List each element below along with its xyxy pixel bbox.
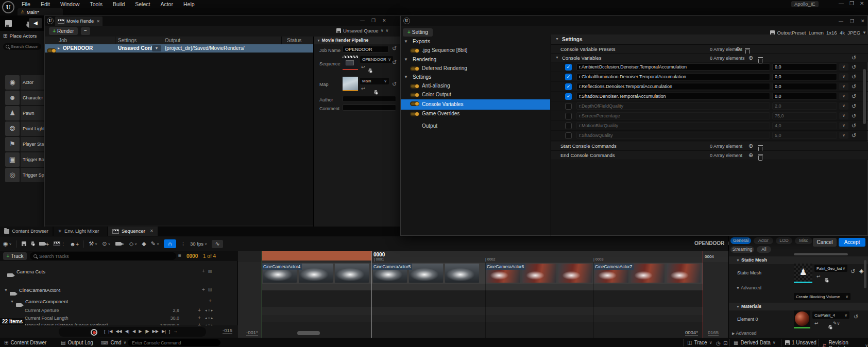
section-options-icon[interactable]: ▤ [208,287,212,292]
variable-name-field[interactable]: r.MotionBlurQuality [576,122,770,129]
menu-item-help[interactable]: Help [178,0,200,8]
details-tab-general[interactable]: General [730,237,751,244]
snapping-magnet-icon[interactable]: ∩ [164,239,176,248]
settings-dropdown-icon[interactable]: ▼ [152,45,161,51]
col-output[interactable]: Output [165,38,180,43]
console-variable-row[interactable]: ✓r.Shadow.Denoiser.TemporalAccumulation0… [551,92,868,101]
add-section-icon[interactable]: + [202,287,205,292]
add-section-icon[interactable]: + [202,268,205,274]
playback-options-icon[interactable]: ∨ [115,242,125,246]
timeline-area[interactable]: CineCameraActor4CineCameraActor5CineCame… [238,251,728,338]
setting-enabled-toggle[interactable] [410,101,419,106]
fps-selector[interactable]: 30 fps∨ [190,241,207,247]
expand-icon[interactable]: ▸ [58,46,60,50]
mrq-tab[interactable]: Movie Render Q... ✕ [55,16,103,26]
variable-checkbox[interactable] [565,113,572,119]
variable-value-field[interactable]: 2,0 [772,102,837,110]
timeline-scrollbar[interactable] [297,331,320,335]
value-dropdown-icon[interactable]: ∨ [839,112,848,119]
platforms-button[interactable]: ◀ [29,18,42,28]
console-variables-row[interactable]: ▼Console Variables8 Array elements⊕↺ [551,54,868,62]
menu-item-select[interactable]: Select [130,0,155,8]
reset-icon[interactable]: ↺ [852,123,856,129]
add-keyframe-icon[interactable]: + [198,307,201,313]
variable-checkbox[interactable]: ✓ [565,83,572,90]
details-tab-misc[interactable]: Misc [795,237,812,244]
shot-section-cinecameraactor6[interactable]: CineCameraActor6 [485,263,593,284]
shot-thumbnail[interactable] [335,264,369,283]
console-variable-row[interactable]: r.DepthOfFieldQuality2,0∨↺ [551,101,868,111]
menu-item-edit[interactable]: Edit [36,0,55,8]
use-selected-icon[interactable]: ↩ [361,86,365,91]
track-row-cinecameraactor4[interactable]: ▼CineCameraActor4+▤ [0,286,238,294]
console-input[interactable] [128,339,220,346]
cmd-selector[interactable]: ⌨Cmd∨ [101,340,126,345]
variable-value-field[interactable]: 5,0 [772,132,837,139]
value-dropdown-icon[interactable]: ∨ [839,122,848,129]
author-field[interactable] [343,96,396,102]
transport-button[interactable]: ▶ [139,329,142,334]
add-track-button[interactable]: + Track [3,252,27,260]
reset-icon[interactable]: ↺ [852,64,856,70]
collapse-icon[interactable]: ▼ [555,56,559,59]
level-tab[interactable]: ⚠ Main* [18,8,63,15]
preset-tree-deferred-rendering[interactable]: Deferred Rendering [401,64,550,73]
console-variable-row[interactable]: ✓r.GlobalIllumination.Denoiser.TemporalA… [551,72,868,82]
unsaved-button[interactable]: 1 Unsaved [785,340,816,345]
curves-options-icon[interactable]: ◉∨ [3,240,12,247]
variable-checkbox[interactable]: ✓ [565,74,572,80]
browse-asset-icon[interactable] [825,279,828,282]
value-dropdown-icon[interactable]: ∨ [839,63,848,71]
range-in-field[interactable]: -001* [246,330,258,336]
shot-section-cinecameraactor7[interactable]: CineCameraActor7 [593,263,703,284]
variable-checkbox[interactable] [565,103,572,110]
browse-asset-icon[interactable] [374,91,378,94]
end-console-commands-row[interactable]: End Console Commands0 Array element⊕ [551,151,868,160]
collapse-icon[interactable]: ▼ [10,300,14,303]
track-row-manual-focus-distance-focus-settings[interactable]: Manual Focus Distance (Focus Settings)10… [0,322,238,325]
details-tab-lod[interactable]: LOD [776,237,792,244]
material-thumbnail[interactable] [794,310,810,327]
value-dropdown-icon[interactable]: ∨ [839,102,848,110]
snapping-options-icon[interactable]: ⋮ [181,241,185,247]
track-row-current-aperture[interactable]: Current Aperture2,8+◂○▸ [0,307,238,315]
sequence-thumbnail[interactable] [343,56,358,70]
variable-value-field[interactable]: 0,0 [772,93,837,100]
variable-checkbox[interactable]: ✓ [565,64,572,71]
use-selected-icon[interactable]: ↩ [361,64,365,70]
variable-name-field[interactable]: r.Shadow.Denoiser.TemporalAccumulation [576,93,770,100]
value-dropdown-icon[interactable]: ∨ [839,73,848,80]
variable-checkbox[interactable]: ✓ [565,93,572,100]
cancel-button[interactable]: Cancel [813,238,837,247]
col-status[interactable]: Status [287,38,301,43]
details-h-scrollbar[interactable] [794,253,848,255]
playhead-line[interactable] [371,251,372,338]
details-tab-actor[interactable]: Actor [754,237,773,244]
trace-button[interactable]: ◫Trace∨ [687,340,712,345]
menu-item-build[interactable]: Build [108,0,130,8]
content-drawer-button[interactable]: ⊞Content Drawer [4,340,46,345]
variable-value-field[interactable]: 0,0 [772,73,837,80]
setting-enabled-toggle[interactable] [410,48,419,53]
create-camera-icon[interactable]: + [39,241,49,247]
preset-tree-anti-aliasing[interactable]: Anti-aliasing [401,82,550,91]
place-actor-item-character[interactable]: ☻Character [5,91,44,105]
reset-icon[interactable]: ↺ [392,46,397,51]
console-variable-row[interactable]: r.ShadowQuality5,0∨↺ [551,131,868,141]
preset-tree-color-output[interactable]: Color Output [401,91,550,99]
add-section-icon[interactable]: + [209,298,212,304]
job-name-field[interactable]: OPENDOOR [343,46,389,53]
screenshot-icon[interactable]: ⊡ [723,340,727,346]
preset-tree-output[interactable]: Output [401,122,550,131]
section-options-icon[interactable]: ▤ [208,269,212,273]
render-add-button[interactable]: + Render [49,27,78,35]
transport-button[interactable]: [ [104,329,105,334]
preset-tree-console-variables[interactable]: Console Variables [401,99,550,110]
static-mesh-section[interactable]: ▼Static Mesh [729,256,868,264]
setting-enabled-toggle[interactable] [410,66,419,71]
track-row-camera-cuts[interactable]: Camera Cuts+▤ [0,268,238,276]
shot-thumbnail[interactable] [445,264,479,283]
preset-tree-rendering[interactable]: ▼Rendering [401,56,550,64]
console-variable-row[interactable]: ✓r.Reflections.Denoiser.TemporalAccumula… [551,82,868,92]
place-actor-item-actor[interactable]: ◉Actor [5,75,44,90]
